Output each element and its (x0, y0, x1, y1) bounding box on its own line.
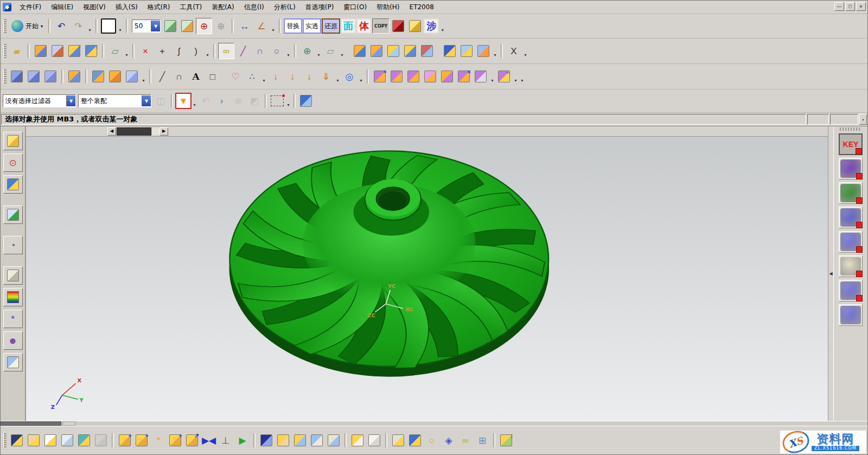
boolean-unite-icon[interactable]: ⊕ (299, 43, 315, 59)
array-component-icon[interactable]: + (167, 432, 183, 448)
project-curve-icon[interactable]: ↓ (267, 68, 284, 85)
feature-dropdown[interactable]: ▾ (492, 42, 498, 60)
save-assembly-icon[interactable] (258, 432, 275, 448)
statusbar-options-button[interactable]: ▪ (859, 114, 867, 125)
relations-browser-icon[interactable]: ⊞ (474, 432, 490, 448)
arc-icon[interactable]: ∩ (171, 68, 187, 85)
pull-face-icon[interactable] (388, 68, 405, 85)
join-curve-icon[interactable]: ∞ (218, 43, 234, 59)
unload-component-icon[interactable] (292, 432, 308, 448)
restore-button[interactable]: □ (845, 2, 855, 11)
arc-point-icon[interactable]: ∩ (252, 43, 268, 59)
red-cube-icon[interactable] (390, 18, 406, 34)
flexible-surface-icon[interactable] (124, 68, 140, 85)
project-dropdown[interactable]: ▾ (335, 68, 341, 85)
menu-item-9[interactable]: 首选项(P) (301, 1, 339, 14)
find-component-icon[interactable] (9, 432, 25, 448)
constraint-perpendicular-icon[interactable]: ⊥ (218, 432, 234, 448)
dimension-face-dropdown[interactable]: ▾ (513, 68, 519, 85)
translucency-button[interactable]: 实透 (303, 18, 321, 34)
line-icon[interactable]: ╱ (235, 43, 251, 59)
menu-item-1[interactable]: 编辑(E) (46, 1, 78, 14)
scroll-left-button[interactable]: ◀ (107, 127, 116, 136)
viewport-bottom-scrollbar[interactable] (1, 421, 867, 426)
snapshot-disabled-icon[interactable] (93, 432, 109, 448)
row-overflow-dropdown[interactable]: ▾ (519, 68, 525, 85)
part-thumb-link[interactable] (839, 182, 863, 204)
close-button[interactable]: × (856, 2, 866, 11)
curve-edit-dropdown[interactable]: ▾ (205, 42, 210, 60)
product-outline-icon[interactable] (390, 432, 406, 448)
copy-button[interactable]: COPY (372, 18, 390, 34)
divide-curve-icon[interactable]: + (154, 43, 170, 59)
menu-item-5[interactable]: 工具(T) (175, 1, 207, 14)
part-navigator-icon[interactable] (3, 175, 23, 194)
interpart-link-icon[interactable]: ◫ (152, 93, 169, 109)
gallery-icon[interactable] (3, 353, 23, 371)
impeller-model[interactable]: YC XC ZC X Y Z (26, 136, 828, 421)
mirror-body-icon[interactable] (33, 43, 49, 59)
project-sheet-icon[interactable]: ⇓ (318, 68, 334, 85)
new-component-icon[interactable]: + (133, 432, 150, 448)
start-menu-button[interactable]: 开始▾ (9, 18, 46, 34)
constraint-navigator-icon[interactable]: ⊙ (3, 153, 23, 172)
thicken-icon[interactable]: ↕ (83, 43, 99, 59)
graphics-viewport[interactable]: ◀ ▶ (26, 126, 828, 421)
menu-item-6[interactable]: 装配(A) (207, 1, 239, 14)
through-curve-mesh-icon[interactable] (25, 68, 42, 85)
measure-dropdown[interactable]: ▾ (270, 17, 276, 35)
wave-geometry-icon[interactable]: ◈ (441, 432, 457, 448)
wcs-orient-icon[interactable]: ⊕ (213, 18, 229, 34)
replace-button[interactable]: 替换 (284, 18, 302, 34)
delete-face-icon[interactable]: × (456, 68, 472, 85)
menu-item-2[interactable]: 视图(V) (78, 1, 111, 14)
trim-corner-icon[interactable]: ʃ (171, 43, 187, 59)
edge-blend-icon[interactable] (352, 43, 368, 59)
pattern-component-icon[interactable]: * (150, 432, 167, 448)
body-button[interactable]: 体 (356, 18, 372, 34)
erase-icon[interactable]: ◗ (214, 93, 230, 109)
curve-dropdown[interactable]: ▾ (285, 42, 291, 60)
datum-plane-dropdown[interactable]: ▾ (124, 42, 130, 60)
part-thumb-bracket[interactable] (839, 207, 863, 228)
boss-icon[interactable] (458, 43, 475, 59)
n-sided-surface-icon[interactable] (42, 68, 59, 85)
circle-icon[interactable]: ○ (269, 43, 285, 59)
trim-curve-icon[interactable]: × (137, 43, 154, 59)
restore-button[interactable]: 还原 (322, 18, 340, 34)
snap-point-icon[interactable]: ▼ (175, 93, 192, 109)
she-button[interactable]: 涉 (424, 18, 439, 34)
key-part-button[interactable]: KEY (839, 133, 863, 155)
part-thumb-elbow[interactable] (839, 304, 863, 326)
scope-select[interactable]: 整个装配▼ (78, 94, 151, 107)
internet-browser-icon[interactable] (3, 206, 23, 224)
sequence-icon[interactable] (349, 432, 366, 448)
point-dialog-icon[interactable]: ⊕ (230, 93, 246, 109)
substitute-component-icon[interactable] (309, 432, 325, 448)
undo-button[interactable]: ↶ (53, 18, 69, 34)
synchronous-dropdown[interactable]: ▾ (489, 68, 495, 85)
move-component-icon[interactable]: ↗ (184, 432, 200, 448)
surface-dropdown[interactable]: ▾ (141, 68, 146, 85)
menu-item-11[interactable]: 帮助(H) (372, 1, 404, 14)
open-component-icon[interactable] (25, 432, 42, 448)
trim-body-icon[interactable] (419, 43, 435, 59)
instance-feature-icon[interactable] (475, 43, 492, 59)
point-dropdown[interactable]: ▾ (261, 68, 267, 85)
redo-dropdown[interactable]: ▾ (87, 17, 93, 35)
rollback-icon[interactable]: ↶ (197, 93, 214, 109)
point-set-icon[interactable]: ∴ (244, 68, 260, 85)
text-icon[interactable]: A (188, 68, 204, 85)
history-icon[interactable]: ◔ (3, 236, 23, 254)
hole-icon[interactable] (442, 43, 458, 59)
face-button[interactable]: 面 (341, 18, 356, 34)
move-to-layer-icon[interactable] (179, 18, 195, 34)
menu-item-0[interactable]: 文件(F) (15, 1, 46, 14)
scene-editor-icon[interactable]: * (3, 310, 23, 328)
scroll-right-button[interactable]: ▶ (159, 127, 168, 136)
datum-plane-icon[interactable]: ▱ (107, 43, 123, 59)
offset-surface-icon[interactable] (66, 68, 82, 85)
rectangle-select-icon[interactable] (269, 93, 285, 109)
stamp-icon[interactable]: ◩ (246, 93, 263, 109)
expression-dropdown[interactable]: ▾ (522, 42, 528, 60)
